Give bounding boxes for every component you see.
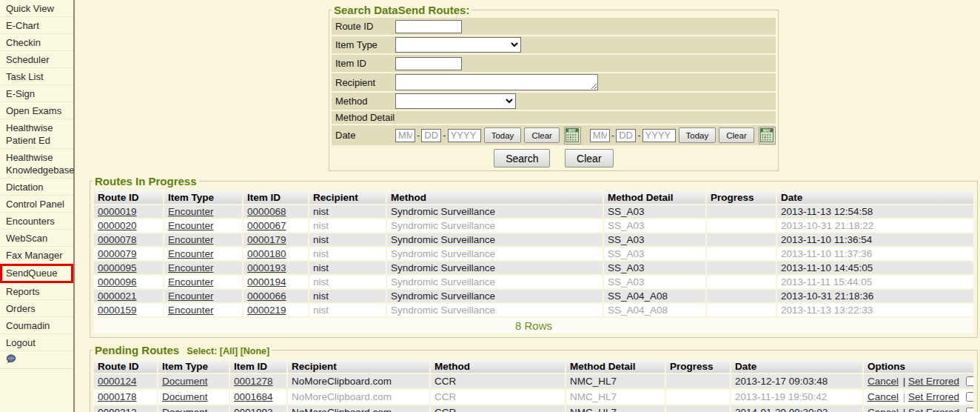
cell-progress bbox=[707, 276, 776, 288]
set-errored-checkbox[interactable] bbox=[966, 376, 973, 386]
clear-button[interactable]: Clear bbox=[565, 149, 613, 167]
sidebar-item-task-list[interactable]: Task List bbox=[0, 68, 73, 85]
route-id-link[interactable]: 0000019 bbox=[98, 206, 137, 217]
recipient-label: Recipient bbox=[335, 77, 395, 88]
date-from-year-input[interactable] bbox=[448, 129, 481, 142]
item-type-select[interactable] bbox=[395, 37, 521, 53]
sidebar-item-healthwise-knowledgebase[interactable]: Healthwise Knowledgebase bbox=[0, 149, 73, 179]
date-from-calendar-button[interactable]: MAY bbox=[564, 127, 581, 144]
cell-recipient: NoMoreClipboard.com bbox=[288, 374, 429, 388]
item-id-link[interactable]: 0000180 bbox=[247, 248, 286, 259]
route-id-link[interactable]: 0000020 bbox=[98, 220, 137, 231]
sidebar-item-control-panel[interactable]: Control Panel bbox=[0, 196, 73, 213]
cell-recipient: nist bbox=[309, 276, 386, 288]
calendar-icon: MAY bbox=[565, 128, 579, 142]
item-type-link[interactable]: Document bbox=[162, 376, 208, 387]
cell-options: Cancel | Set Errored bbox=[864, 390, 973, 404]
date-to-clear-button[interactable]: Clear bbox=[719, 127, 754, 143]
date-to-calendar-button[interactable]: MAY bbox=[759, 127, 776, 144]
route-id-link[interactable]: 0000178 bbox=[98, 391, 137, 402]
cell-method-detail: SS_A03 bbox=[604, 205, 705, 218]
route-id-link[interactable]: 0000078 bbox=[98, 234, 137, 245]
sidebar-item-sendqueue[interactable]: SendQueue bbox=[0, 264, 73, 283]
item-id-link[interactable]: 0000068 bbox=[247, 206, 286, 217]
cell-method: Syndromic Surveillance bbox=[387, 233, 603, 246]
set-errored-link[interactable]: Set Errored bbox=[908, 407, 959, 412]
cell-recipient: NoMoreClipboard.com, bbox=[288, 405, 429, 412]
sidebar-item-reports[interactable]: Reports bbox=[0, 283, 73, 300]
sidebar-item-healthwise-patient-ed[interactable]: Healthwise Patient Ed bbox=[0, 119, 73, 149]
item-id-link[interactable]: 0001684 bbox=[234, 391, 273, 402]
item-id-link[interactable]: 0000066 bbox=[247, 290, 286, 302]
search-button[interactable]: Search bbox=[494, 149, 550, 167]
search-form-legend: Search DataSend Routes: bbox=[332, 4, 471, 16]
sidebar-item-quick-view[interactable]: Quick View bbox=[0, 0, 73, 17]
sidebar-item-fax-manager[interactable]: Fax Manager bbox=[0, 247, 73, 264]
messenger-icon[interactable] bbox=[6, 354, 16, 366]
select-none-link[interactable]: [None] bbox=[241, 346, 270, 356]
route-id-link[interactable]: 0000096 bbox=[98, 276, 137, 288]
date-to-today-button[interactable]: Today bbox=[679, 127, 716, 143]
sidebar-item-coumadin[interactable]: Coumadin bbox=[0, 317, 73, 334]
cell-date: 2013-11-19 19:50:42 bbox=[731, 390, 862, 404]
cell-item-type: Encounter bbox=[164, 233, 242, 246]
date-from-clear-button[interactable]: Clear bbox=[524, 127, 559, 143]
route-id-link[interactable]: 0000079 bbox=[98, 248, 137, 259]
set-errored-checkbox[interactable] bbox=[966, 408, 973, 412]
item-id-link[interactable]: 0000194 bbox=[247, 276, 286, 288]
select-all-link[interactable]: [All] bbox=[220, 346, 238, 356]
method-select[interactable] bbox=[395, 93, 516, 109]
sidebar-item-e-sign[interactable]: E-Sign bbox=[0, 85, 73, 102]
item-type-link[interactable]: Encounter bbox=[168, 290, 214, 302]
date-from-today-button[interactable]: Today bbox=[484, 127, 522, 143]
select-label: Select: bbox=[187, 346, 217, 356]
route-id-link[interactable]: 0000124 bbox=[98, 376, 137, 387]
cell-item-type: Encounter bbox=[164, 304, 242, 316]
sidebar-item-open-exams[interactable]: Open Exams bbox=[0, 102, 73, 119]
sidebar-item-webscan[interactable]: WebScan bbox=[0, 230, 73, 247]
item-type-link[interactable]: Encounter bbox=[168, 234, 214, 245]
route-id-input[interactable] bbox=[395, 20, 462, 33]
sidebar-item-orders[interactable]: Orders bbox=[0, 300, 73, 317]
cancel-link[interactable]: Cancel bbox=[867, 407, 899, 412]
table-row: 0000078Encounter0000179nistSyndromic Sur… bbox=[94, 233, 973, 246]
item-type-link[interactable]: Encounter bbox=[168, 248, 214, 259]
sidebar-item-dictation[interactable]: Dictation bbox=[0, 179, 73, 196]
item-id-link[interactable]: 0000067 bbox=[247, 220, 286, 231]
date-to-month-input[interactable] bbox=[590, 129, 610, 142]
set-errored-link[interactable]: Set Errored bbox=[908, 376, 959, 387]
item-id-input[interactable] bbox=[395, 57, 462, 70]
set-errored-link[interactable]: Set Errored bbox=[908, 391, 959, 402]
item-type-link[interactable]: Document bbox=[162, 391, 208, 402]
recipient-textarea[interactable] bbox=[395, 74, 598, 90]
set-errored-checkbox[interactable] bbox=[966, 392, 973, 402]
sidebar-item-scheduler[interactable]: Scheduler bbox=[0, 51, 73, 68]
date-from-day-input[interactable] bbox=[421, 129, 441, 142]
cancel-link[interactable]: Cancel bbox=[867, 391, 899, 402]
item-id-link[interactable]: 0000193 bbox=[247, 262, 286, 273]
item-id-link[interactable]: 0001278 bbox=[234, 376, 273, 387]
item-id-link[interactable]: 0000219 bbox=[247, 305, 286, 316]
cell-item-type: Document bbox=[158, 390, 229, 404]
date-from-month-input[interactable] bbox=[395, 129, 415, 142]
item-type-link[interactable]: Encounter bbox=[168, 262, 214, 273]
date-to-day-input[interactable] bbox=[616, 129, 636, 142]
item-type-link[interactable]: Encounter bbox=[168, 206, 214, 217]
route-id-link[interactable]: 0000095 bbox=[98, 262, 137, 273]
date-to-year-input[interactable] bbox=[642, 129, 676, 142]
sidebar-item-logout[interactable]: Logout bbox=[0, 334, 73, 351]
item-id-link[interactable]: 0000179 bbox=[247, 234, 286, 245]
cancel-link[interactable]: Cancel bbox=[867, 376, 899, 387]
sidebar-item-e-chart[interactable]: E-Chart bbox=[0, 17, 73, 34]
item-type-link[interactable]: Encounter bbox=[168, 220, 214, 231]
sidebar-item-checkin[interactable]: Checkin bbox=[0, 34, 73, 51]
cell-progress bbox=[707, 262, 776, 274]
route-id-link[interactable]: 0000159 bbox=[98, 305, 137, 316]
item-type-link[interactable]: Encounter bbox=[168, 305, 214, 316]
options-divider: | bbox=[900, 407, 908, 412]
item-type-link[interactable]: Encounter bbox=[168, 276, 214, 288]
cell-route-id: 0000019 bbox=[94, 205, 163, 218]
sidebar-item-encounters[interactable]: Encounters bbox=[0, 213, 73, 230]
cell-method-detail: SS_A04_A08 bbox=[604, 290, 705, 302]
route-id-link[interactable]: 0000021 bbox=[98, 290, 137, 302]
